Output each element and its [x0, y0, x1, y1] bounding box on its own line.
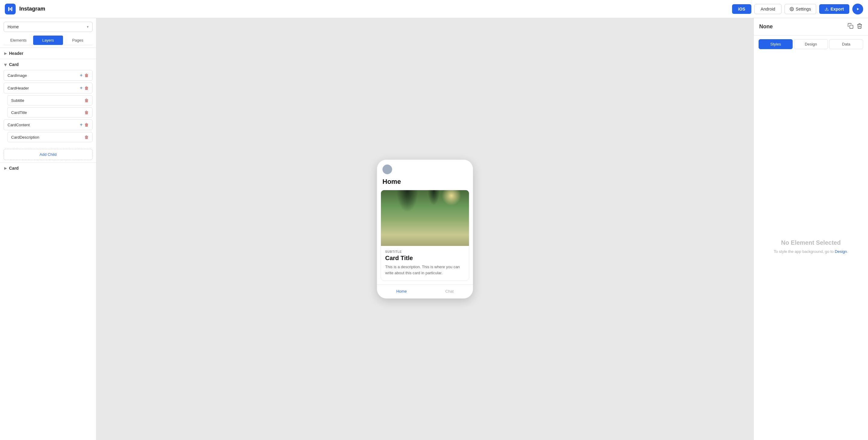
cardcontent-layer-item: CardContent + 🗑: [4, 119, 93, 130]
arrow-icon: ▶: [4, 52, 7, 56]
delete-cardtitle-icon[interactable]: 🗑: [84, 110, 89, 115]
layer-group-header[interactable]: ▶ Header: [0, 48, 96, 59]
cardcontent-actions: + 🗑: [80, 122, 89, 127]
settings-label: Settings: [796, 7, 811, 11]
design-link[interactable]: Design: [835, 249, 847, 254]
header-layer-label: Header: [9, 51, 23, 56]
delete-button[interactable]: [857, 23, 863, 30]
cardheader-label: CardHeader: [7, 86, 29, 90]
export-button[interactable]: Export: [819, 4, 849, 14]
delete-subtitle-icon[interactable]: 🗑: [84, 98, 89, 103]
right-sidebar: None Styles Design Data: [753, 18, 868, 440]
copy-icon: [847, 23, 854, 29]
right-header-title: None: [759, 24, 773, 30]
left-sidebar: Home ▾ Elements Layers Pages ▶ Header ▶ …: [0, 18, 96, 440]
delete-cardcontent-icon[interactable]: 🗑: [84, 122, 89, 127]
no-element-desc-suffix: .: [847, 249, 848, 254]
tab-elements[interactable]: Elements: [4, 36, 33, 45]
card2-arrow-icon: ▶: [4, 166, 7, 170]
nav-home[interactable]: Home: [396, 289, 407, 293]
settings-button[interactable]: Settings: [784, 4, 816, 14]
phone-card: SUBTITLE Card Title This is a descriptio…: [381, 190, 469, 281]
tab-layers[interactable]: Layers: [33, 36, 63, 45]
no-element-desc: To style the app background, go to Desig…: [774, 249, 848, 254]
right-tabs: Styles Design Data: [754, 36, 868, 53]
app-title: Instagram: [19, 6, 728, 12]
card-title: Card Title: [385, 255, 465, 261]
carddescription-label: CardDescription: [11, 135, 39, 139]
phone-header-bar: [377, 160, 473, 178]
card-layer-label: Card: [9, 62, 19, 67]
delete-carddescription-icon[interactable]: 🗑: [84, 135, 89, 139]
add-icon[interactable]: +: [80, 73, 83, 78]
export-icon: [825, 7, 829, 11]
no-element-title: No Element Selected: [781, 239, 841, 246]
chevron-down-icon: ▾: [87, 25, 89, 29]
android-button[interactable]: Android: [754, 4, 781, 14]
add-child-button[interactable]: Add Child: [4, 149, 93, 160]
layers-section: ▶ Header ▶ Card CardImage + 🗑: [0, 48, 96, 175]
card-image: [381, 190, 469, 246]
cardtitle-layer-item: CardTitle 🗑: [7, 107, 93, 118]
add-cardheader-icon[interactable]: +: [80, 85, 83, 91]
app-logo: [5, 4, 16, 14]
left-tab-row: Elements Layers Pages: [4, 36, 93, 45]
card2-layer-label: Card: [9, 166, 19, 170]
nav-chat[interactable]: Chat: [445, 289, 454, 293]
svg-point-0: [791, 8, 792, 10]
tab-pages[interactable]: Pages: [63, 36, 93, 45]
phone-bottom-nav: Home Chat: [377, 284, 473, 298]
card-layer-children: CardImage + 🗑 CardHeader + 🗑 S: [0, 70, 96, 147]
delete-cardimage-icon[interactable]: 🗑: [84, 73, 89, 78]
phone-mockup: Home SUBTITLE Card Title This is a descr…: [377, 159, 473, 298]
card-body: SUBTITLE Card Title This is a descriptio…: [381, 246, 469, 281]
subtitle-layer-item: Subtitle 🗑: [7, 95, 93, 105]
card-layer-group-header[interactable]: ▶ Card: [0, 59, 96, 70]
cardcontent-label: CardContent: [7, 123, 30, 127]
ios-button[interactable]: iOS: [732, 4, 751, 14]
main-layout: Home ▾ Elements Layers Pages ▶ Header ▶ …: [0, 18, 868, 440]
card-subtitle: SUBTITLE: [385, 250, 465, 253]
right-sidebar-header: None: [754, 18, 868, 36]
card2-layer-group-header[interactable]: ▶ Card: [0, 162, 96, 174]
add-cardcontent-icon[interactable]: +: [80, 122, 83, 127]
page-selector-value: Home: [7, 24, 19, 29]
forest-scene: [381, 190, 469, 246]
no-element-desc-prefix: To style the app background, go to: [774, 249, 835, 254]
cardimage-layer-item: CardImage + 🗑: [4, 70, 93, 81]
topbar-actions: iOS Android Settings Export: [732, 4, 863, 14]
copy-button[interactable]: [847, 23, 854, 30]
phone-home-title: Home: [377, 178, 473, 190]
carddescription-layer-item: CardDescription 🗑: [7, 132, 93, 142]
avatar: [382, 164, 392, 174]
cardimage-actions: + 🗑: [80, 73, 89, 78]
trash-icon: [857, 23, 863, 29]
delete-cardheader-icon[interactable]: 🗑: [84, 86, 89, 90]
right-content: No Element Selected To style the app bac…: [754, 53, 868, 440]
settings-icon: [789, 7, 794, 11]
play-button[interactable]: [852, 4, 863, 14]
right-header-actions: [847, 23, 863, 30]
tab-data[interactable]: Data: [829, 39, 863, 49]
cardheader-actions: + 🗑: [80, 85, 89, 91]
canvas-area: Home SUBTITLE Card Title This is a descr…: [96, 18, 753, 440]
export-label: Export: [831, 7, 844, 11]
svg-rect-1: [850, 25, 853, 29]
tab-styles[interactable]: Styles: [758, 39, 793, 49]
cardtitle-label: CardTitle: [11, 110, 27, 115]
cardheader-layer-item: CardHeader + 🗑: [4, 83, 93, 93]
card-arrow-icon: ▶: [4, 64, 7, 66]
subtitle-label: Subtitle: [11, 98, 24, 103]
tab-design[interactable]: Design: [794, 39, 828, 49]
page-selector[interactable]: Home ▾: [4, 22, 93, 32]
cardimage-label: CardImage: [7, 73, 27, 78]
card-description: This is a description. This is where you…: [385, 264, 465, 276]
topbar: Instagram iOS Android Settings Export: [0, 0, 868, 18]
